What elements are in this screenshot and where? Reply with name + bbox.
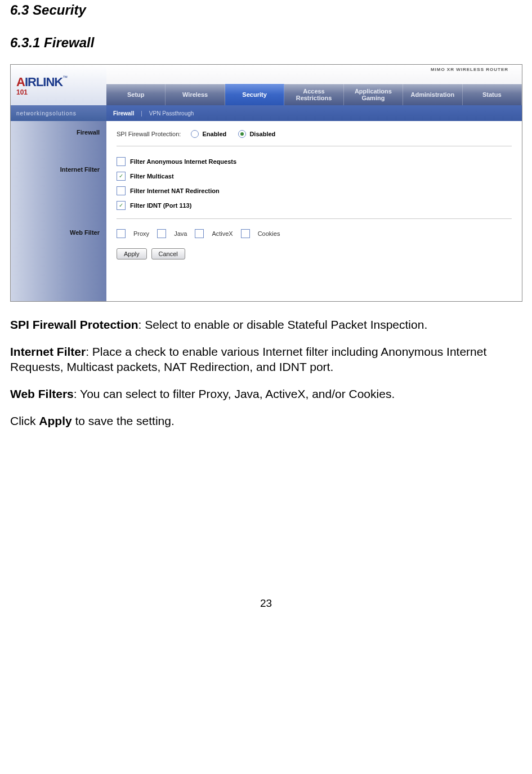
- checkbox-cookies[interactable]: [241, 229, 250, 238]
- radio-spi-enabled[interactable]: [191, 130, 199, 138]
- section-heading: 6.3 Security: [10, 2, 522, 18]
- router-admin-screenshot: AIRLINK™ 101 MIMO XR WIRELESS ROUTER Set…: [10, 64, 522, 302]
- product-badge: MIMO XR WIRELESS ROUTER: [431, 67, 508, 72]
- apply-button[interactable]: Apply: [117, 248, 147, 260]
- sidebar-label-firewall: Firewall: [11, 129, 100, 136]
- subtab-firewall[interactable]: Firewall: [106, 110, 141, 117]
- checkbox-proxy[interactable]: [117, 229, 126, 238]
- logo-sub: 101: [16, 90, 68, 95]
- tab-administration[interactable]: Administration: [403, 84, 462, 105]
- cancel-button[interactable]: Cancel: [151, 248, 185, 260]
- desc-spi-bold: SPI Firewall Protection: [10, 318, 138, 331]
- checkbox-filter-multicast-label: Filter Multicast: [130, 173, 174, 180]
- sidebar-label-web-filter: Web Filter: [11, 229, 100, 236]
- subsection-heading: 6.3.1 Firewall: [10, 35, 522, 51]
- tab-setup[interactable]: Setup: [106, 84, 166, 105]
- desc-apply-pre: Click: [10, 414, 39, 427]
- subtab-vpn-passthrough[interactable]: VPN Passthrough: [142, 110, 201, 117]
- radio-spi-disabled[interactable]: [238, 130, 246, 138]
- divider-2: [117, 218, 512, 219]
- config-body: Firewall Internet Filter Web Filter SPI …: [11, 121, 522, 301]
- sidebar: Firewall Internet Filter Web Filter: [11, 121, 106, 301]
- logo-tm: ™: [62, 75, 68, 80]
- checkbox-proxy-label: Proxy: [133, 230, 149, 237]
- checkbox-java-label: Java: [174, 230, 187, 237]
- logo-letter-a: A: [16, 75, 25, 89]
- tab-wireless[interactable]: Wireless: [166, 84, 225, 105]
- tab-access-restrictions[interactable]: Access Restrictions: [284, 84, 343, 105]
- tab-strip: MIMO XR WIRELESS ROUTER Setup Wireless S…: [106, 65, 522, 105]
- checkbox-activex[interactable]: [195, 229, 204, 238]
- radio-spi-disabled-label: Disabled: [249, 131, 275, 137]
- desc-internet-filter: Internet Filter: Place a check to enable…: [10, 345, 522, 374]
- tab-status[interactable]: Status: [463, 84, 522, 105]
- sidebar-label-internet-filter: Internet Filter: [11, 166, 100, 173]
- tab-security[interactable]: Security: [225, 84, 284, 105]
- desc-apply-bold: Apply: [39, 414, 71, 427]
- desc-apply: Click Apply to save the setting.: [10, 414, 522, 428]
- logo: AIRLINK™ 101: [11, 65, 106, 105]
- checkbox-java[interactable]: [157, 229, 166, 238]
- logo-letter-rest: IRLINK: [25, 75, 62, 89]
- checkbox-cookies-label: Cookies: [258, 230, 280, 237]
- desc-apply-post: to save the setting.: [72, 414, 175, 427]
- checkbox-filter-anon-label: Filter Anonymous Internet Requests: [130, 158, 236, 165]
- desc-web-filters: Web Filters: You can select to filter Pr…: [10, 387, 522, 401]
- divider: [117, 146, 512, 146]
- checkbox-filter-nat-label: Filter Internet NAT Redirection: [130, 187, 220, 194]
- tab-applications-gaming[interactable]: Applications Gaming: [344, 84, 403, 105]
- desc-spi-rest: : Select to enable or disable Stateful P…: [138, 318, 428, 331]
- desc-spi: SPI Firewall Protection: Select to enabl…: [10, 317, 522, 332]
- brand-tagline: networkingsolutions: [11, 105, 106, 121]
- checkbox-filter-multicast[interactable]: [117, 172, 126, 181]
- sub-navigation: networkingsolutions Firewall | VPN Passt…: [11, 105, 522, 121]
- checkbox-activex-label: ActiveX: [212, 230, 233, 237]
- checkbox-filter-idnt-label: Filter IDNT (Port 113): [130, 202, 191, 209]
- desc-if-bold: Internet Filter: [10, 345, 86, 358]
- page-number: 23: [10, 597, 522, 610]
- checkbox-filter-nat[interactable]: [117, 186, 126, 195]
- spi-label: SPI Firewall Protection:: [117, 131, 181, 137]
- checkbox-filter-idnt[interactable]: [117, 201, 126, 210]
- desc-wf-rest: : You can select to filter Proxy, Java, …: [74, 387, 395, 400]
- checkbox-filter-anon[interactable]: [117, 157, 126, 166]
- header-strip: AIRLINK™ 101 MIMO XR WIRELESS ROUTER Set…: [11, 65, 522, 105]
- content-panel: SPI Firewall Protection: Enabled Disable…: [106, 121, 522, 301]
- desc-wf-bold: Web Filters: [10, 387, 74, 400]
- radio-spi-enabled-label: Enabled: [202, 131, 226, 137]
